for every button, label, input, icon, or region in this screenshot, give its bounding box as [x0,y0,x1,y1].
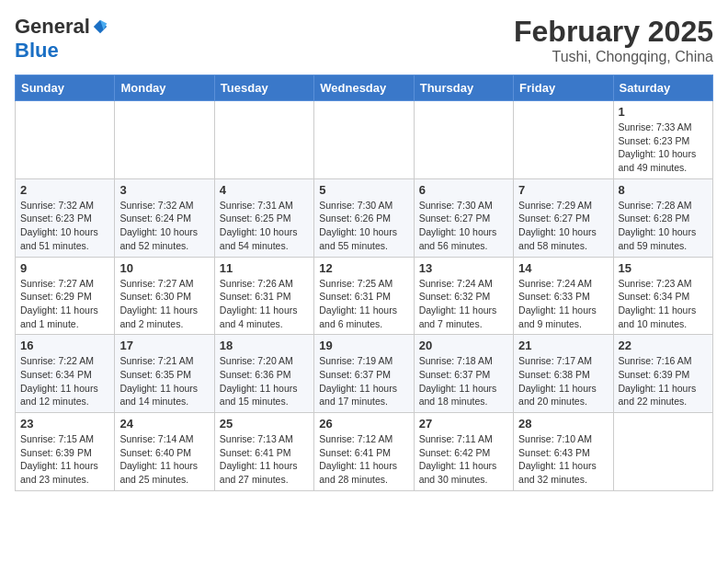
calendar-week-row: 9Sunrise: 7:27 AM Sunset: 6:29 PM Daylig… [16,257,713,335]
day-info: Sunrise: 7:23 AM Sunset: 6:34 PM Dayligh… [619,277,708,331]
day-info: Sunrise: 7:33 AM Sunset: 6:23 PM Dayligh… [619,121,708,175]
calendar-cell: 20Sunrise: 7:18 AM Sunset: 6:37 PM Dayli… [414,335,513,413]
title-block: February 2025 Tushi, Chongqing, China [514,15,713,65]
day-info: Sunrise: 7:32 AM Sunset: 6:24 PM Dayligh… [119,199,209,253]
day-number: 18 [220,339,309,352]
day-info: Sunrise: 7:24 AM Sunset: 6:32 PM Dayligh… [419,277,508,331]
calendar-cell: 28Sunrise: 7:10 AM Sunset: 6:43 PM Dayli… [514,413,613,491]
day-number: 13 [419,261,508,275]
calendar-cell: 2Sunrise: 7:32 AM Sunset: 6:23 PM Daylig… [16,178,115,257]
day-number: 7 [518,183,608,197]
day-number: 9 [20,261,109,275]
calendar-cell: 25Sunrise: 7:13 AM Sunset: 6:41 PM Dayli… [214,413,313,491]
day-number: 8 [619,183,708,197]
col-header-tuesday: Tuesday [214,75,313,101]
month-title: February 2025 [514,15,713,49]
day-number: 25 [220,417,309,431]
calendar-week-row: 1Sunrise: 7:33 AM Sunset: 6:23 PM Daylig… [16,101,713,179]
day-number: 24 [119,417,209,431]
calendar-cell: 19Sunrise: 7:19 AM Sunset: 6:37 PM Dayli… [314,335,414,413]
day-info: Sunrise: 7:28 AM Sunset: 6:28 PM Dayligh… [619,199,708,253]
day-info: Sunrise: 7:21 AM Sunset: 6:35 PM Dayligh… [119,354,209,408]
calendar-cell [613,413,712,491]
calendar-week-row: 2Sunrise: 7:32 AM Sunset: 6:23 PM Daylig… [16,178,713,257]
day-info: Sunrise: 7:18 AM Sunset: 6:37 PM Dayligh… [419,354,508,408]
day-number: 10 [119,261,209,275]
day-number: 21 [518,339,608,352]
day-number: 2 [20,183,109,197]
day-info: Sunrise: 7:32 AM Sunset: 6:23 PM Dayligh… [20,199,109,253]
day-number: 11 [220,261,309,275]
day-info: Sunrise: 7:20 AM Sunset: 6:36 PM Dayligh… [220,354,309,408]
col-header-sunday: Sunday [16,75,115,101]
calendar-cell: 24Sunrise: 7:14 AM Sunset: 6:40 PM Dayli… [115,413,214,491]
day-number: 28 [518,417,608,431]
day-info: Sunrise: 7:14 AM Sunset: 6:40 PM Dayligh… [119,432,209,487]
calendar-table: SundayMondayTuesdayWednesdayThursdayFrid… [15,75,713,491]
day-number: 26 [319,417,408,431]
logo-general-text: General [15,15,90,39]
day-info: Sunrise: 7:10 AM Sunset: 6:43 PM Dayligh… [518,432,608,487]
day-info: Sunrise: 7:22 AM Sunset: 6:34 PM Dayligh… [20,354,109,408]
calendar-cell [115,101,214,179]
day-number: 3 [119,183,209,197]
day-info: Sunrise: 7:16 AM Sunset: 6:39 PM Dayligh… [619,354,708,408]
calendar-cell: 21Sunrise: 7:17 AM Sunset: 6:38 PM Dayli… [514,335,613,413]
calendar-cell: 1Sunrise: 7:33 AM Sunset: 6:23 PM Daylig… [613,101,712,179]
day-number: 14 [518,261,608,275]
calendar-cell: 5Sunrise: 7:30 AM Sunset: 6:26 PM Daylig… [314,178,414,257]
calendar-cell: 23Sunrise: 7:15 AM Sunset: 6:39 PM Dayli… [16,413,115,491]
page-header: General Blue February 2025 Tushi, Chongq… [15,15,713,65]
col-header-monday: Monday [115,75,214,101]
calendar-cell: 22Sunrise: 7:16 AM Sunset: 6:39 PM Dayli… [613,335,712,413]
day-info: Sunrise: 7:12 AM Sunset: 6:41 PM Dayligh… [319,432,408,487]
day-info: Sunrise: 7:31 AM Sunset: 6:25 PM Dayligh… [220,199,309,253]
calendar-cell: 16Sunrise: 7:22 AM Sunset: 6:34 PM Dayli… [16,335,115,413]
day-info: Sunrise: 7:17 AM Sunset: 6:38 PM Dayligh… [518,354,608,408]
day-number: 27 [419,417,508,431]
calendar-cell [314,101,414,179]
calendar-cell: 9Sunrise: 7:27 AM Sunset: 6:29 PM Daylig… [16,257,115,335]
day-info: Sunrise: 7:30 AM Sunset: 6:26 PM Dayligh… [319,199,408,253]
calendar-cell [214,101,313,179]
calendar-header-row: SundayMondayTuesdayWednesdayThursdayFrid… [16,75,713,101]
day-number: 23 [20,417,109,431]
day-number: 1 [619,105,708,119]
calendar-cell: 11Sunrise: 7:26 AM Sunset: 6:31 PM Dayli… [214,257,313,335]
calendar-cell: 17Sunrise: 7:21 AM Sunset: 6:35 PM Dayli… [115,335,214,413]
day-number: 22 [619,339,708,352]
day-number: 15 [619,261,708,275]
calendar-week-row: 23Sunrise: 7:15 AM Sunset: 6:39 PM Dayli… [16,413,713,491]
day-number: 16 [20,339,109,352]
day-number: 6 [419,183,508,197]
day-number: 19 [319,339,408,352]
calendar-cell: 27Sunrise: 7:11 AM Sunset: 6:42 PM Dayli… [414,413,513,491]
day-info: Sunrise: 7:30 AM Sunset: 6:27 PM Dayligh… [419,199,508,253]
calendar-cell: 4Sunrise: 7:31 AM Sunset: 6:25 PM Daylig… [214,178,313,257]
calendar-cell: 10Sunrise: 7:27 AM Sunset: 6:30 PM Dayli… [115,257,214,335]
day-number: 4 [220,183,309,197]
logo: General Blue [15,15,108,63]
calendar-cell: 13Sunrise: 7:24 AM Sunset: 6:32 PM Dayli… [414,257,513,335]
calendar-cell: 12Sunrise: 7:25 AM Sunset: 6:31 PM Dayli… [314,257,414,335]
day-info: Sunrise: 7:15 AM Sunset: 6:39 PM Dayligh… [20,432,109,487]
day-info: Sunrise: 7:19 AM Sunset: 6:37 PM Dayligh… [319,354,408,408]
logo-icon [92,18,108,35]
calendar-cell: 8Sunrise: 7:28 AM Sunset: 6:28 PM Daylig… [613,178,712,257]
calendar-cell [16,101,115,179]
col-header-wednesday: Wednesday [314,75,414,101]
col-header-thursday: Thursday [414,75,513,101]
calendar-cell: 15Sunrise: 7:23 AM Sunset: 6:34 PM Dayli… [613,257,712,335]
day-number: 5 [319,183,408,197]
calendar-cell: 3Sunrise: 7:32 AM Sunset: 6:24 PM Daylig… [115,178,214,257]
location-text: Tushi, Chongqing, China [514,49,713,65]
calendar-cell: 26Sunrise: 7:12 AM Sunset: 6:41 PM Dayli… [314,413,414,491]
day-number: 12 [319,261,408,275]
calendar-cell: 6Sunrise: 7:30 AM Sunset: 6:27 PM Daylig… [414,178,513,257]
calendar-cell: 14Sunrise: 7:24 AM Sunset: 6:33 PM Dayli… [514,257,613,335]
col-header-friday: Friday [514,75,613,101]
day-number: 20 [419,339,508,352]
calendar-cell [514,101,613,179]
col-header-saturday: Saturday [613,75,712,101]
day-info: Sunrise: 7:25 AM Sunset: 6:31 PM Dayligh… [319,277,408,331]
